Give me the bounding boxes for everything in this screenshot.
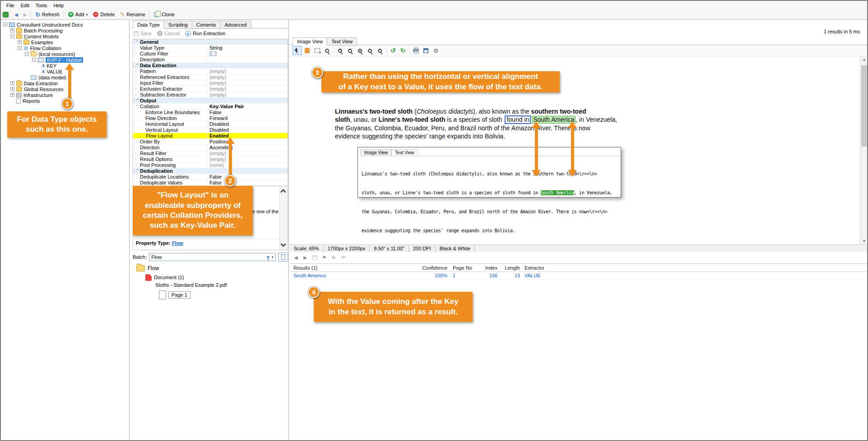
prop-row-deduplicate-values[interactable]: Deduplicate ValuesFalse xyxy=(133,180,288,186)
prop-value[interactable]: (none) xyxy=(207,162,288,168)
prop-section-general[interactable]: General xyxy=(133,39,288,45)
next-result-icon[interactable]: ▶ xyxy=(301,254,310,262)
zoom-actual-icon[interactable]: 1:1 xyxy=(355,46,365,55)
prev-result-icon[interactable]: ◀ xyxy=(292,254,300,262)
col-page-no[interactable]: Page No xyxy=(450,265,479,271)
prop-row-result-filter[interactable]: Result Filter(empty) xyxy=(133,151,288,156)
col-length[interactable]: Length xyxy=(497,265,520,271)
undo-icon[interactable]: ↶ xyxy=(339,254,348,262)
expand-icon[interactable] xyxy=(10,81,14,85)
prop-row-culture-filter[interactable]: Culture Filter xyxy=(133,51,288,57)
run-extraction-button[interactable]: ▶ Run Extraction xyxy=(185,31,225,37)
chevron-down-icon[interactable] xyxy=(135,169,139,173)
zoom-select-icon[interactable] xyxy=(322,46,332,55)
filter-funnel-icon[interactable] xyxy=(266,256,270,258)
pan-hand-icon[interactable] xyxy=(302,46,312,55)
forward-icon[interactable]: ▶ xyxy=(23,12,27,17)
tree-item-data-model[interactable]: (data model) xyxy=(1,74,129,80)
result-value[interactable]: South America xyxy=(293,273,405,278)
chevron-down-icon[interactable] xyxy=(135,99,139,103)
prop-row-value-type[interactable]: Value TypeString xyxy=(133,45,288,51)
zoom-in-icon[interactable]: + xyxy=(335,46,345,55)
prop-row-exclusion-extractor[interactable]: Exclusion Extractor(empty) xyxy=(133,86,288,92)
scroll-up-icon[interactable] xyxy=(280,189,286,195)
expand-icon[interactable] xyxy=(10,87,14,91)
refresh-button[interactable]: ↻ Refresh xyxy=(32,10,62,19)
prop-value[interactable]: False xyxy=(207,180,288,185)
prop-row-subtraction-extractor[interactable]: Subtraction Extractor(empty) xyxy=(133,92,288,98)
collapse-icon[interactable] xyxy=(32,58,36,62)
print-icon[interactable] xyxy=(411,46,421,55)
save-button[interactable]: Save xyxy=(134,31,152,36)
chevron-down-icon[interactable] xyxy=(135,64,139,68)
add-button[interactable]: + Add ▾ xyxy=(65,11,91,18)
tree-item-global-resources[interactable]: Global Resources xyxy=(1,86,129,92)
prop-value[interactable]: Enabled xyxy=(207,133,288,138)
prop-value[interactable]: Ascending xyxy=(207,145,288,150)
collapse-icon[interactable] xyxy=(18,46,22,50)
chevron-down-icon[interactable] xyxy=(135,40,139,44)
result-row[interactable]: South America 100% 1 156 13 VALUE xyxy=(290,272,868,280)
tree-item-examples[interactable]: Examples xyxy=(1,39,129,45)
back-icon[interactable]: ◀ xyxy=(14,12,18,17)
scroll-thumb[interactable] xyxy=(861,65,867,147)
prop-value[interactable] xyxy=(207,57,288,62)
prop-row-enforce-line-boundaries[interactable]: Enforce Line BoundariesFalse xyxy=(133,110,288,115)
clone-button[interactable]: Clone xyxy=(151,11,177,18)
prop-row-pattern[interactable]: Pattern(empty) xyxy=(133,69,288,74)
menu-file[interactable]: File xyxy=(5,2,19,9)
tree-item-data-extraction[interactable]: Data Extraction xyxy=(1,80,129,86)
prop-row-deduplicate-locations[interactable]: Deduplicate LocationsFalse xyxy=(133,174,288,180)
prop-value[interactable]: Forward xyxy=(207,115,288,121)
prop-value[interactable]: (empty) xyxy=(207,69,288,74)
prop-section-data-extraction[interactable]: Data Extraction xyxy=(133,63,288,69)
batch-combo[interactable]: Flow ▾ xyxy=(149,253,276,261)
pointer-tool-icon[interactable] xyxy=(292,46,302,55)
tab-contents[interactable]: Contents xyxy=(192,21,221,29)
chevron-down-icon[interactable]: ▾ xyxy=(272,255,274,259)
collapse-icon[interactable] xyxy=(25,52,29,56)
tab-image-view[interactable]: Image View xyxy=(292,37,327,46)
tree-item-flow-collation[interactable]: ⚙ Flow Collation xyxy=(1,45,129,51)
prop-value[interactable]: Key-Value Pair xyxy=(207,104,288,109)
tab-text-view[interactable]: Text View xyxy=(327,37,357,46)
rotate-ccw-icon[interactable]: ↺ xyxy=(388,46,398,55)
rotate-cw-icon[interactable]: ↻ xyxy=(398,46,408,55)
flag-result-icon[interactable]: ⚑ xyxy=(320,254,329,262)
expand-icon[interactable] xyxy=(10,93,14,97)
prop-value[interactable]: False xyxy=(207,174,288,179)
tree-item-infrastructure[interactable]: Infrastructure xyxy=(1,92,129,98)
menu-help[interactable]: Help xyxy=(51,2,68,9)
delete-button[interactable]: − Delete xyxy=(90,11,117,18)
prop-row-input-filter[interactable]: Input Filter(empty) xyxy=(133,80,288,86)
prop-row-order-by[interactable]: Order ByPosition xyxy=(133,139,288,145)
refresh-results-icon[interactable]: ↻ xyxy=(330,254,338,262)
zoom-out-icon[interactable]: − xyxy=(345,46,355,55)
cancel-button[interactable]: × Cancel xyxy=(157,31,180,36)
prop-row-flow-layout[interactable]: Flow LayoutEnabled xyxy=(133,133,288,139)
prop-value[interactable]: (empty) xyxy=(207,151,288,156)
select-zone-icon[interactable] xyxy=(312,46,322,55)
app-icon[interactable] xyxy=(3,12,9,18)
collapse-icon[interactable] xyxy=(10,34,14,38)
tab-scripting[interactable]: Scripting xyxy=(164,21,192,29)
menu-edit[interactable]: Edit xyxy=(19,2,34,9)
zoom-width-icon[interactable]: ↕ xyxy=(375,46,385,55)
rename-button[interactable]: ✎ Rename xyxy=(117,10,148,18)
scroll-down-icon[interactable]: ▼ xyxy=(860,239,868,243)
prop-section-deduplication[interactable]: Deduplication xyxy=(133,168,288,174)
prop-value[interactable]: (empty) xyxy=(207,74,288,80)
batch-open-button[interactable] xyxy=(278,253,288,262)
prop-value[interactable]: Disabled xyxy=(207,121,288,127)
tree-item-local-resources[interactable]: (local resources) xyxy=(1,51,129,57)
viewer-settings-icon[interactable]: ⚙ xyxy=(431,46,441,55)
prop-value[interactable]: (empty) xyxy=(207,86,288,92)
tree-item-kvp-habitat[interactable]: KVP-F - Habitat xyxy=(1,57,129,63)
menu-tools[interactable]: Tools xyxy=(34,2,52,9)
save-results-icon[interactable] xyxy=(311,254,319,262)
batch-document-node[interactable]: Document (1) xyxy=(133,273,288,281)
tree-item-batch-processing[interactable]: Batch Processing xyxy=(1,28,129,33)
col-index[interactable]: Index xyxy=(479,265,497,271)
scroll-down-icon[interactable] xyxy=(280,241,286,247)
panel-splitter[interactable] xyxy=(288,19,289,440)
